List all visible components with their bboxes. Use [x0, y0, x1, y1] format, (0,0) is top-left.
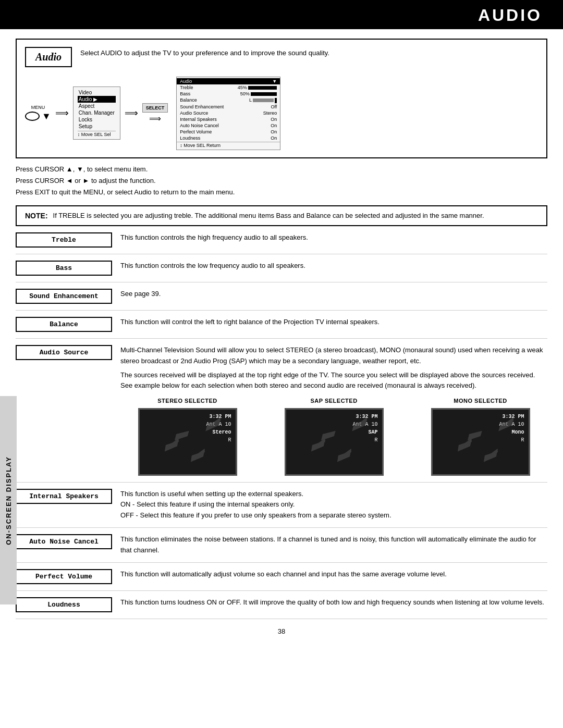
audio-menu-footer: ↕ Move SEL Return [177, 142, 280, 149]
am-row-bass: Bass 50% [177, 91, 280, 97]
feature-row-loudness: Loudness This function turns loudness ON… [16, 591, 547, 619]
am-row-internal-speakers: Internal Speakers On [177, 116, 280, 122]
am-label-auto-noise: Auto Noise Cancel [180, 123, 219, 128]
am-row-treble: Treble 45% [177, 84, 280, 91]
sap-selected-block: SAP SELECTED 3:32 PM Ant A 10 SAP R [267, 397, 401, 476]
stereo-selected-block: STEREO SELECTED 3:32 PM Ant A 10 Stereo … [120, 397, 254, 476]
am-label-bass: Bass [180, 91, 190, 96]
feature-desc-audio-source: Multi-Channel Television Sound will allo… [120, 345, 547, 476]
cursor-note-2: Press CURSOR ◄ or ► to adjust the functi… [16, 175, 547, 187]
menu-diagram: MENU ▼ ⟹ Video Audio ▶ Aspect Chan. Mana… [25, 77, 538, 150]
svg-marker-20 [465, 428, 483, 442]
am-val-auto-noise: On [246, 123, 277, 128]
am-val-bass: 50% [240, 91, 277, 96]
feature-row-perfect-volume: Perfect Volume This function will automa… [16, 563, 547, 591]
sap-jets [286, 410, 382, 474]
main-menu-box: Video Audio ▶ Aspect Chan. Manager Locks… [73, 87, 120, 140]
am-label-loudness: Loudness [180, 135, 200, 141]
am-row-audio-source: Audio Source Stereo [177, 110, 280, 116]
feature-desc-balance: This function will control the left to r… [120, 317, 547, 328]
feature-desc-sound-enhancement: See page 39. [120, 289, 547, 300]
feature-label-auto-noise-cancel: Auto Noise Cancel [16, 534, 112, 549]
audio-menu-icon: ▼ [272, 79, 277, 84]
am-row-balance: Balance L [177, 97, 280, 104]
feature-label-audio-source: Audio Source [16, 345, 112, 360]
feature-row-treble: Treble This function controls the high f… [16, 226, 547, 254]
feature-row-audio-source: Audio Source Multi-Channel Television So… [16, 339, 547, 483]
sap-selected-title: SAP SELECTED [310, 397, 357, 406]
feature-row-auto-noise-cancel: Auto Noise Cancel This function eliminat… [16, 528, 547, 563]
am-label-internal-speakers: Internal Speakers [180, 117, 217, 122]
select-button[interactable]: SELECT [142, 103, 168, 113]
audio-source-images: STEREO SELECTED 3:32 PM Ant A 10 Stereo … [120, 397, 547, 476]
mono-jets-svg [439, 413, 522, 471]
sap-jets-svg [292, 413, 376, 471]
am-val-sound-enhancement: Off [246, 104, 277, 109]
am-label-perfect-volume: Perfect Volume [180, 129, 212, 134]
mono-selected-title: MONO SELECTED [454, 397, 507, 406]
audio-menu-header: Audio ▼ [177, 78, 280, 84]
menu-item-setup: Setup [78, 123, 116, 130]
feature-label-loudness: Loudness [16, 597, 112, 612]
page-title: AUDIO [478, 6, 542, 24]
feature-label-treble: Treble [16, 232, 112, 248]
am-row-sound-enhancement: Sound Enhancement Off [177, 104, 280, 110]
feature-label-bass: Bass [16, 261, 112, 276]
am-val-audio-source: Stereo [246, 110, 277, 116]
arrow-right-1: ⟹ [55, 107, 69, 119]
onscreen-display-text: ON-SCREEN DISPLAY [5, 456, 13, 545]
page-header: AUDIO [0, 2, 563, 29]
feature-row-bass: Bass This function controls the low freq… [16, 254, 547, 282]
am-val-loudness: On [246, 135, 277, 141]
am-row-perfect-volume: Perfect Volume On [177, 129, 280, 135]
remote-oval [25, 112, 40, 121]
menu-item-locks: Locks [78, 116, 116, 123]
mono-jets [433, 410, 529, 474]
stereo-tv-screen: 3:32 PM Ant A 10 Stereo R [138, 408, 237, 476]
intro-section: Audio Select AUDIO to adjust the TV to y… [16, 39, 547, 158]
onscreen-display-label: ON-SCREEN DISPLAY [0, 396, 17, 604]
arrow-down: ▼ [42, 111, 51, 122]
menu-label-text: MENU [31, 105, 45, 110]
feature-desc-auto-noise-cancel: This function eliminates the noise betwe… [120, 534, 547, 556]
feature-label-balance: Balance [16, 317, 112, 332]
am-label-balance: Balance [180, 97, 197, 103]
mono-selected-block: MONO SELECTED 3:32 PM Ant A 10 Mono R [413, 397, 547, 476]
am-val-internal-speakers: On [246, 117, 277, 122]
note-text: If TREBLE is selected you are adjusting … [53, 212, 484, 220]
cursor-note-3: Press EXIT to quit the MENU, or select A… [16, 187, 547, 198]
audio-menu-title: Audio [180, 79, 192, 84]
audio-label-box: Audio [25, 47, 72, 67]
page-number: 38 [0, 619, 563, 641]
feature-desc-internal-speakers: This function is useful when setting up … [120, 489, 547, 521]
cursor-notes: Press CURSOR ▲, ▼, to select menu item. … [16, 164, 547, 198]
menu-footer: ↕ Move SEL Sel [78, 131, 116, 137]
feature-label-sound-enhancement: Sound Enhancement [16, 289, 112, 304]
am-val-balance: L [246, 97, 277, 103]
menu-item-video: Video [78, 89, 116, 96]
am-row-auto-noise: Auto Noise Cancel On [177, 122, 280, 129]
mono-tv-screen: 3:32 PM Ant A 10 Mono R [431, 408, 530, 476]
feature-label-internal-speakers: Internal Speakers [16, 489, 112, 504]
am-label-sound-enhancement: Sound Enhancement [180, 104, 224, 109]
feature-desc-treble: This function controls the high frequenc… [120, 232, 547, 243]
svg-marker-6 [172, 428, 190, 442]
audio-menu-box: Audio ▼ Treble 45% Bass 50% Balance L So… [176, 77, 280, 150]
cursor-note-1: Press CURSOR ▲, ▼, to select menu item. [16, 164, 547, 175]
am-val-treble: 45% [238, 85, 277, 90]
feature-row-balance: Balance This function will control the l… [16, 311, 547, 339]
stereo-jets [140, 410, 236, 474]
menu-item-audio: Audio ▶ [78, 96, 116, 103]
menu-item-aspect: Aspect [78, 103, 116, 109]
note-box: NOTE: If TREBLE is selected you are adju… [16, 205, 547, 226]
feature-row-internal-speakers: Internal Speakers This function is usefu… [16, 483, 547, 528]
feature-label-perfect-volume: Perfect Volume [16, 569, 112, 584]
note-label: NOTE: [25, 212, 48, 220]
feature-section: Treble This function controls the high f… [16, 226, 547, 619]
intro-description: Select AUDIO to adjust the TV to your pr… [80, 47, 538, 57]
menu-item-chan-manager: Chan. Manager [78, 109, 116, 116]
feature-desc-bass: This function controls the low frequency… [120, 261, 547, 272]
am-label-treble: Treble [180, 85, 193, 90]
stereo-selected-title: STEREO SELECTED [157, 397, 217, 406]
arrow-right-3: ⟹ [149, 114, 161, 124]
